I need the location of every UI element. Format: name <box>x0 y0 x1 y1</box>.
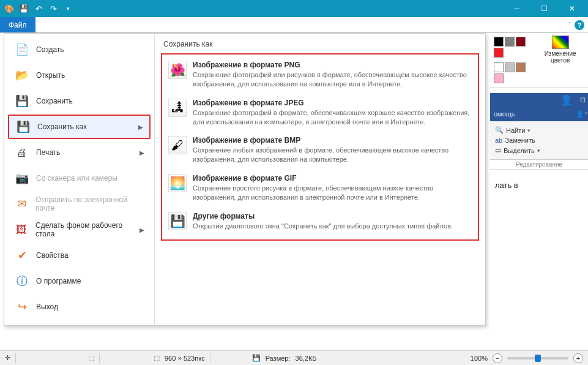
submenu-item-3[interactable]: 🌅Изображение в формате GIFСохранение про… <box>165 170 475 208</box>
menu-item-icon: 📂 <box>14 67 30 83</box>
word-titlebar: 👤 ☐ <box>490 93 588 107</box>
zoom-slider[interactable] <box>507 357 568 359</box>
submenu-item-2[interactable]: 🖌Изображение в формате BMPСохранение люб… <box>165 132 475 170</box>
undo-icon[interactable]: ↶ <box>32 2 45 15</box>
word-editing-group: 🔍Найти ▾ abЗаменить ▭Выделить ▾ <box>490 121 588 160</box>
menu-item-6: ✉Отправить по электронной почте <box>8 192 151 216</box>
file-menu-list: 📄Создать📂Открыть💾Сохранить💾Сохранить как… <box>4 34 155 325</box>
format-icon: 💾 <box>168 212 187 230</box>
window-controls: ─ ☐ ✕ <box>503 0 586 17</box>
word-tab-help[interactable]: омощь <box>494 110 515 118</box>
format-icon: 🌅 <box>168 174 187 192</box>
menu-item-4[interactable]: 🖨Печать▶ <box>8 140 151 165</box>
zoom-out-button[interactable]: − <box>493 353 502 363</box>
menu-item-2[interactable]: 💾Сохранить <box>8 89 151 113</box>
word-doc-text-fragment: лать в <box>495 181 518 190</box>
format-title: Изображение в формате GIF <box>193 174 472 182</box>
format-title: Другие форматы <box>193 212 453 220</box>
color-swatch[interactable] <box>494 73 504 83</box>
paint-app-icon[interactable]: 🎨 <box>2 2 16 15</box>
menu-item-icon: ✉ <box>14 196 29 212</box>
word-find-button[interactable]: 🔍Найти ▾ <box>495 125 583 135</box>
canvas-size-icon: ⬚ <box>105 354 160 362</box>
color-swatch[interactable] <box>494 62 504 72</box>
minimize-button[interactable]: ─ <box>503 0 530 17</box>
collapse-ribbon-icon[interactable]: ˆ <box>568 21 571 29</box>
word-share-icon[interactable]: 👤 <box>560 94 573 106</box>
file-size-label: Размер: <box>266 355 291 362</box>
file-tab[interactable]: Файл <box>0 17 35 32</box>
color-swatch[interactable] <box>505 37 515 47</box>
rainbow-icon <box>552 36 569 49</box>
qat-dropdown-icon[interactable]: ▾ <box>61 2 75 15</box>
menu-item-9[interactable]: ⓘО программе <box>8 269 151 293</box>
status-bar: ✛ ⬚ ⬚ 960 × 523пкс 💾 Размер: 36,2КБ 100%… <box>0 350 588 365</box>
submenu-arrow-icon: ▶ <box>140 227 144 233</box>
menu-item-label: Сохранить как <box>37 122 86 131</box>
submenu-item-0[interactable]: 🌺Изображение в формате PNGСохранение фот… <box>165 57 475 95</box>
format-description: Сохранение фотографий или рисунков в фор… <box>193 70 472 89</box>
menu-item-5: 📷Со сканера или камеры <box>8 166 151 190</box>
zoom-level: 100% <box>471 355 488 362</box>
format-icon: 🏞 <box>168 99 187 117</box>
color-swatch[interactable] <box>494 48 504 58</box>
color-swatch[interactable] <box>516 62 526 72</box>
quick-access-toolbar: 🎨 💾 ↶ ↷ ▾ <box>2 2 75 15</box>
submenu-item-1[interactable]: 🏞Изображение в формате JPEGСохранение фо… <box>165 95 475 133</box>
zoom-thumb[interactable] <box>535 355 541 362</box>
menu-item-7[interactable]: 🖼Сделать фоном рабочего стола▶ <box>8 217 151 242</box>
menu-item-label: О программе <box>36 277 81 285</box>
menu-item-8[interactable]: ✔Свойства <box>8 243 151 268</box>
close-button[interactable]: ✕ <box>558 0 586 17</box>
menu-item-icon: 📷 <box>14 170 30 186</box>
menu-item-icon: 💾 <box>14 93 30 109</box>
file-menu-panel: 📄Создать📂Открыть💾Сохранить💾Сохранить как… <box>4 33 486 326</box>
edit-colors-label: Изменение цветов <box>536 50 584 64</box>
word-document-area: лать в <box>490 170 588 243</box>
format-description: Сохранение фотографий в формате, обеспеч… <box>193 108 472 127</box>
word-select-button[interactable]: ▭Выделить ▾ <box>495 145 583 156</box>
menu-item-icon: ✔ <box>14 247 30 263</box>
zoom-in-button[interactable]: + <box>573 353 583 363</box>
word-window-background: 👤 ☐ омощь 👤⁺ 🔍Найти ▾ abЗаменить ▭Выдели… <box>490 93 588 243</box>
format-icon: 🌺 <box>168 61 187 79</box>
menu-item-label: Со сканера или камеры <box>36 174 117 182</box>
menu-item-label: Сделать фоном рабочего стола <box>35 221 140 238</box>
canvas-dimensions: 960 × 523пкс <box>165 355 205 362</box>
color-swatch[interactable] <box>505 62 515 72</box>
ribbon-tabs: Файл ˆ ? <box>0 17 588 33</box>
word-replace-button[interactable]: abЗаменить <box>495 135 583 145</box>
menu-item-10[interactable]: ↪Выход <box>8 295 151 319</box>
menu-item-label: Печать <box>36 148 60 157</box>
menu-item-icon: ↪ <box>14 299 30 315</box>
title-bar: 🎨 💾 ↶ ↷ ▾ ─ ☐ ✕ <box>0 0 588 17</box>
color-swatch[interactable] <box>494 37 504 47</box>
submenu-item-4[interactable]: 💾Другие форматыОткрытие диалогового окна… <box>165 208 475 237</box>
menu-item-0[interactable]: 📄Создать <box>8 37 151 62</box>
color-swatch[interactable] <box>516 37 526 47</box>
maximize-button[interactable]: ☐ <box>530 0 558 17</box>
format-title: Изображение в формате JPEG <box>193 99 472 107</box>
help-icon[interactable]: ? <box>575 20 584 30</box>
menu-item-3[interactable]: 💾Сохранить как▶ <box>8 115 151 139</box>
edit-colors-button[interactable]: Изменение цветов <box>532 33 588 66</box>
format-title: Изображение в формате PNG <box>193 61 472 69</box>
word-min-icon[interactable]: ☐ <box>580 97 586 103</box>
menu-item-icon: 💾 <box>15 119 31 135</box>
submenu-highlighted-box: 🌺Изображение в формате PNGСохранение фот… <box>161 53 479 241</box>
redo-icon[interactable]: ↷ <box>47 2 60 15</box>
format-icon: 🖌 <box>168 136 187 154</box>
menu-item-icon: 🖼 <box>14 222 29 238</box>
menu-item-icon: 🖨 <box>14 145 30 160</box>
save-icon[interactable]: 💾 <box>17 2 31 15</box>
cursor-position-icon: ✛ <box>5 354 10 362</box>
save-as-submenu: Сохранить как 🌺Изображение в формате PNG… <box>155 34 485 325</box>
menu-item-icon: ⓘ <box>14 273 30 289</box>
selection-icon: ⬚ <box>21 354 94 362</box>
menu-item-label: Открыть <box>36 71 65 80</box>
find-icon: 🔍 <box>495 126 504 134</box>
color-palette-row2 <box>490 59 532 85</box>
word-account-icon[interactable]: 👤⁺ <box>576 110 588 118</box>
menu-item-label: Отправить по электронной почте <box>35 195 144 213</box>
menu-item-1[interactable]: 📂Открыть <box>8 63 151 88</box>
